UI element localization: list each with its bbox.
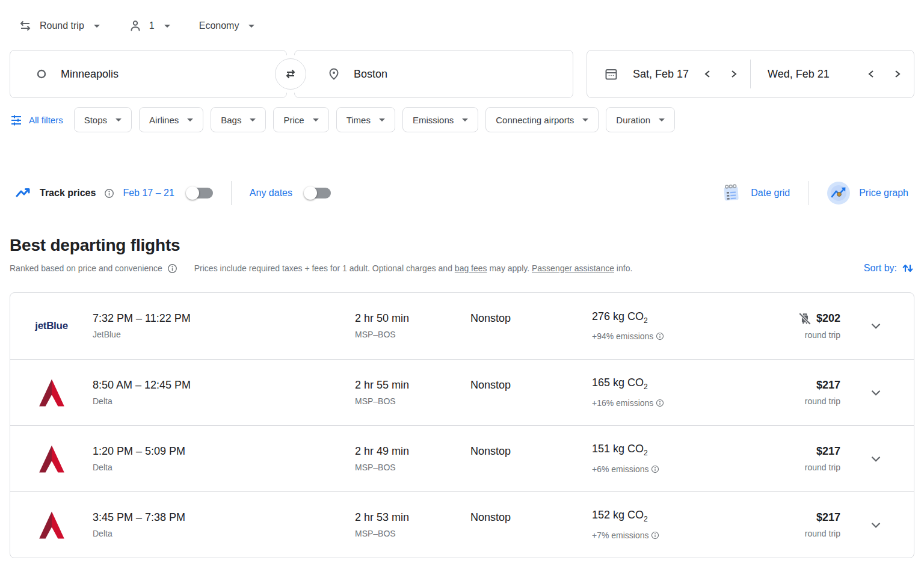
trip-type-selector[interactable]: Round trip	[18, 19, 100, 33]
cabin-class-selector[interactable]: Economy	[199, 20, 255, 31]
jetblue-logo: jetBlue	[35, 320, 68, 332]
price-disclaimer: Prices include required taxes + fees for…	[194, 263, 633, 273]
flight-times: 3:45 PM – 7:38 PM	[93, 511, 355, 524]
carrier-name: Delta	[93, 463, 355, 473]
co2-amount: 152 kg CO2	[592, 509, 730, 526]
price-qualifier: round trip	[805, 396, 840, 407]
flight-duration: 2 hr 53 min	[355, 511, 470, 524]
info-icon[interactable]	[651, 531, 659, 540]
sort-by-button[interactable]: Sort by:	[864, 262, 914, 275]
all-filters-button[interactable]: All filters	[10, 113, 63, 126]
flight-price: $217	[816, 511, 840, 524]
flight-price: $202	[816, 312, 840, 325]
swap-route-button[interactable]	[275, 58, 306, 90]
info-icon[interactable]	[104, 188, 114, 198]
filter-chip-duration[interactable]: Duration	[606, 107, 675, 132]
filter-sliders-icon	[10, 113, 23, 126]
flight-row-delta-1[interactable]: 8:50 AM – 12:45 PM Delta 2 hr 55 min MSP…	[10, 359, 914, 425]
calendar-icon	[604, 67, 618, 81]
stops-subline	[470, 330, 592, 340]
price-graph-button[interactable]: Price graph	[827, 181, 908, 205]
chip-label: Price	[283, 115, 304, 125]
info-icon[interactable]	[651, 465, 659, 473]
co2-amount: 165 kg CO2	[592, 377, 730, 393]
expand-chevron-icon[interactable]	[868, 451, 884, 467]
passenger-assistance-link[interactable]: Passenger assistance	[532, 263, 614, 273]
flight-results-list: jetBlue 7:32 PM – 11:22 PM JetBlue 2 hr …	[10, 292, 914, 558]
stops-label: Nonstop	[470, 445, 592, 458]
dropdown-arrow-icon	[462, 118, 468, 121]
carrier-name: Delta	[93, 396, 355, 407]
filters-bar: All filters Stops Airlines Bags Price Ti…	[10, 106, 914, 133]
stops-label: Nonstop	[470, 312, 592, 325]
flight-route: MSP–BOS	[355, 463, 470, 473]
stops-subline	[470, 463, 592, 473]
vertical-divider	[808, 181, 808, 205]
info-icon[interactable]	[167, 263, 177, 274]
departure-date-next-button[interactable]	[725, 66, 742, 82]
carrier-name: JetBlue	[93, 330, 355, 340]
filter-chip-connecting-airports[interactable]: Connecting airports	[485, 107, 599, 132]
passenger-selector[interactable]: 1	[129, 19, 170, 32]
all-filters-label: All filters	[29, 115, 63, 125]
swap-arrows-icon	[283, 67, 298, 81]
tracking-toolbar: Track prices Feb 17 – 21 Any dates	[16, 180, 908, 206]
flight-duration: 2 hr 50 min	[355, 312, 470, 325]
origin-field[interactable]: Minneapolis	[10, 50, 287, 98]
expand-chevron-icon[interactable]	[868, 318, 884, 334]
any-dates-group: Any dates	[250, 186, 331, 200]
any-dates-toggle[interactable]	[304, 186, 331, 200]
flight-times: 8:50 AM – 12:45 PM	[93, 379, 355, 392]
return-date-prev-button[interactable]	[863, 66, 880, 82]
track-prices-group: Track prices Feb 17 – 21	[16, 186, 213, 200]
filter-chip-stops[interactable]: Stops	[74, 107, 132, 132]
trip-controls-bar: Round trip 1 Economy	[0, 0, 924, 38]
dropdown-arrow-icon	[164, 25, 170, 28]
trip-type-label: Round trip	[40, 20, 84, 31]
date-grid-button[interactable]: Date grid	[719, 182, 790, 205]
departure-date[interactable]: Sat, Feb 17	[587, 51, 750, 97]
passenger-count: 1	[149, 20, 155, 31]
co2-amount: 151 kg CO2	[592, 443, 730, 460]
dropdown-arrow-icon	[659, 118, 665, 121]
filter-chip-times[interactable]: Times	[336, 107, 395, 132]
return-date[interactable]: Wed, Feb 21	[751, 51, 914, 97]
departure-date-prev-button[interactable]	[700, 66, 716, 82]
disclaimer-text: may apply.	[487, 263, 532, 273]
price-qualifier: round trip	[805, 330, 840, 340]
trending-chart-icon	[16, 186, 31, 200]
filter-chip-emissions[interactable]: Emissions	[402, 107, 478, 132]
chip-label: Airlines	[149, 115, 179, 125]
bag-fees-link[interactable]: bag fees	[455, 263, 487, 273]
destination-field[interactable]: Boston	[294, 50, 573, 98]
filter-chip-bags[interactable]: Bags	[211, 107, 266, 132]
dropdown-arrow-icon	[250, 118, 256, 121]
flight-row-jetblue[interactable]: jetBlue 7:32 PM – 11:22 PM JetBlue 2 hr …	[10, 293, 914, 359]
flight-route: MSP–BOS	[355, 330, 470, 340]
delta-logo	[36, 511, 67, 540]
page-title: Best departing flights	[10, 236, 914, 255]
expand-chevron-icon[interactable]	[868, 385, 884, 401]
date-grid-icon	[719, 182, 742, 205]
dropdown-arrow-icon	[116, 118, 122, 121]
expand-chevron-icon[interactable]	[868, 517, 884, 533]
price-graph-icon	[827, 181, 851, 205]
filter-chip-price[interactable]: Price	[273, 107, 328, 132]
filter-chip-airlines[interactable]: Airlines	[139, 107, 203, 132]
origin-circle-icon	[35, 68, 48, 80]
dropdown-arrow-icon	[187, 118, 193, 121]
round-trip-arrows-icon	[18, 19, 32, 33]
track-prices-toggle[interactable]	[186, 186, 213, 200]
disclaimer-text: info.	[614, 263, 632, 273]
dropdown-arrow-icon	[379, 118, 385, 121]
price-qualifier: round trip	[805, 529, 840, 539]
emissions-delta: +94% emissions	[592, 331, 730, 342]
flight-duration: 2 hr 55 min	[355, 379, 470, 392]
info-icon[interactable]	[656, 332, 664, 340]
info-icon[interactable]	[656, 399, 664, 407]
flight-row-delta-2[interactable]: 1:20 PM – 5:09 PM Delta 2 hr 49 min MSP–…	[10, 425, 914, 491]
return-date-next-button[interactable]	[889, 66, 905, 82]
no-carry-on-bag-icon	[798, 312, 812, 325]
delta-logo	[36, 444, 67, 473]
flight-row-delta-3[interactable]: 3:45 PM – 7:38 PM Delta 2 hr 53 min MSP–…	[10, 491, 914, 558]
